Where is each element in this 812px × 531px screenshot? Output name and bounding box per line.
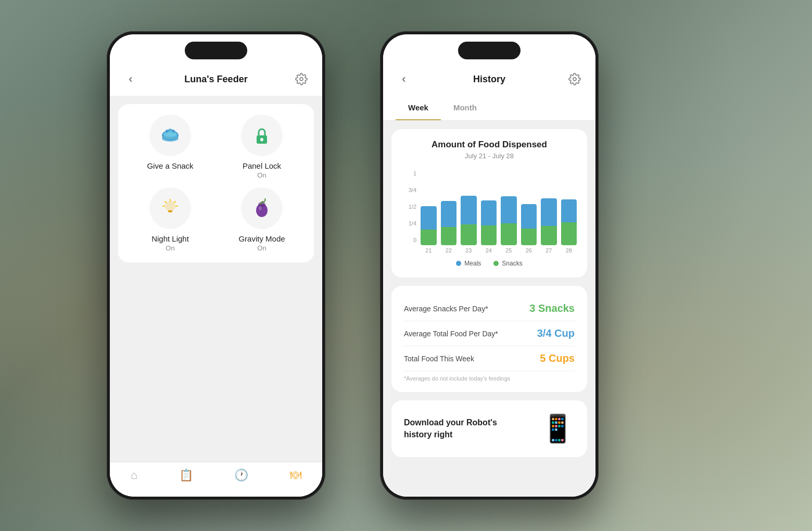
bar-blue-22 xyxy=(441,201,457,227)
download-text: Download your Robot's history right xyxy=(404,417,515,440)
bar-blue-26 xyxy=(521,204,537,229)
history-icon: 🕐 xyxy=(234,469,248,482)
feature-item-night-light[interactable]: Night Light On xyxy=(129,187,212,252)
right-phone-notch xyxy=(458,42,521,59)
bar-stack-28 xyxy=(561,199,577,245)
right-header-title: History xyxy=(412,74,566,85)
bar-green-23 xyxy=(461,224,477,245)
tab-history[interactable]: 🕐 xyxy=(234,469,248,482)
svg-point-21 xyxy=(259,206,262,210)
panel-lock-icon-circle xyxy=(241,115,283,156)
history-tab-pills: Week Month xyxy=(383,96,595,121)
chart-title: Amount of Food Dispensed xyxy=(402,140,577,150)
svg-rect-11 xyxy=(261,140,262,142)
bar-group-23: 23 xyxy=(461,196,477,254)
right-back-button[interactable]: ‹ xyxy=(396,71,412,87)
stat-note: *Averages do not include today's feeding… xyxy=(404,375,575,382)
bar-group-26: 26 xyxy=(521,204,537,254)
feature-item-gravity-mode[interactable]: Gravity Mode On xyxy=(220,187,303,252)
bar-stack-27 xyxy=(541,198,557,245)
y-label-0: 0 xyxy=(413,237,416,243)
y-label-34: 3/4 xyxy=(409,187,416,193)
svg-line-16 xyxy=(165,201,166,203)
bar-green-28 xyxy=(561,222,577,245)
chart-area: 1 3/4 1/2 1/4 0 2122232425262728 xyxy=(402,170,577,254)
tab-week[interactable]: Week xyxy=(396,96,441,120)
chart-subtitle: July 21 - July 28 xyxy=(402,152,577,160)
stat-snacks-label: Average Snacks Per Day* xyxy=(404,305,488,313)
bar-stack-26 xyxy=(521,204,537,245)
bar-label-27: 27 xyxy=(545,247,552,254)
right-phone: ‹ History Week Month Amount xyxy=(380,31,599,500)
svg-point-7 xyxy=(169,129,172,132)
chart-bars: 2122232425262728 xyxy=(421,181,577,254)
bar-stack-22 xyxy=(441,201,457,245)
tab-home[interactable]: ⌂ xyxy=(131,469,137,482)
bar-green-21 xyxy=(421,230,437,245)
night-light-label: Night Light xyxy=(151,234,189,243)
history-content: Amount of Food Dispensed July 21 - July … xyxy=(383,121,595,497)
left-screen-content: Give a Snack Panel Lock xyxy=(110,96,322,462)
bar-group-24: 24 xyxy=(481,200,497,254)
feature-grid-card: Give a Snack Panel Lock xyxy=(118,104,314,262)
left-tab-bar: ⌂ 📋 🕐 🍽 xyxy=(110,462,322,497)
bar-stack-23 xyxy=(461,196,477,245)
svg-line-15 xyxy=(174,201,175,203)
bar-label-26: 26 xyxy=(526,247,532,254)
bar-stack-24 xyxy=(481,200,497,245)
bar-label-24: 24 xyxy=(486,247,492,254)
bar-label-25: 25 xyxy=(505,247,512,254)
left-phone-inner: ‹ Luna's Feeder xyxy=(110,34,322,497)
panel-lock-label: Panel Lock xyxy=(243,161,281,170)
give-a-snack-label: Give a Snack xyxy=(147,161,193,170)
svg-point-0 xyxy=(300,78,303,81)
bar-blue-24 xyxy=(481,200,497,225)
tab-feed[interactable]: 🍽 xyxy=(290,469,301,482)
bar-green-22 xyxy=(441,227,457,245)
right-settings-button[interactable] xyxy=(566,71,583,87)
right-phone-screen: ‹ History Week Month Amount xyxy=(383,34,595,497)
left-back-button[interactable]: ‹ xyxy=(122,71,139,87)
stat-food-label: Average Total Food Per Day* xyxy=(404,330,498,338)
bar-group-25: 25 xyxy=(501,196,517,254)
bar-green-25 xyxy=(501,223,517,245)
give-a-snack-icon-circle xyxy=(149,115,191,156)
bar-label-22: 22 xyxy=(446,247,452,254)
panel-lock-sublabel: On xyxy=(257,171,266,179)
chart-card: Amount of Food Dispensed July 21 - July … xyxy=(391,129,587,277)
gravity-mode-label: Gravity Mode xyxy=(238,234,285,243)
left-phone: ‹ Luna's Feeder xyxy=(107,31,325,500)
stat-row-snacks: Average Snacks Per Day* 3 Snacks xyxy=(404,296,575,321)
stat-food-value: 3/4 Cup xyxy=(537,327,575,339)
left-settings-button[interactable] xyxy=(293,71,310,87)
snacks-legend-label: Snacks xyxy=(502,260,522,267)
bulb-icon xyxy=(159,197,182,220)
bar-blue-21 xyxy=(421,206,437,230)
left-phone-notch xyxy=(185,42,247,59)
stat-total-value: 5 Cups xyxy=(540,352,575,364)
tab-month[interactable]: Month xyxy=(441,96,489,120)
y-label-1: 1 xyxy=(413,170,416,176)
legend-meals: Meals xyxy=(456,260,481,267)
back-chevron-icon: ‹ xyxy=(129,72,132,86)
bar-label-21: 21 xyxy=(425,247,432,254)
schedule-icon: 📋 xyxy=(179,469,193,482)
gravity-mode-sublabel: On xyxy=(257,244,266,252)
feature-item-give-a-snack[interactable]: Give a Snack xyxy=(129,115,212,179)
right-back-chevron-icon: ‹ xyxy=(402,72,405,86)
bar-blue-23 xyxy=(461,196,477,224)
tab-schedule[interactable]: 📋 xyxy=(179,469,193,482)
y-label-14: 1/4 xyxy=(409,220,416,226)
stats-card: Average Snacks Per Day* 3 Snacks Average… xyxy=(391,286,587,392)
night-light-sublabel: On xyxy=(166,244,174,252)
bowl-icon xyxy=(159,124,182,147)
svg-point-4 xyxy=(164,132,176,137)
meals-legend-label: Meals xyxy=(464,260,481,267)
home-icon: ⌂ xyxy=(131,469,137,482)
feature-item-panel-lock[interactable]: Panel Lock On xyxy=(220,115,303,179)
left-phone-screen: ‹ Luna's Feeder xyxy=(110,34,322,497)
right-gear-icon xyxy=(568,73,581,85)
bar-green-24 xyxy=(481,225,497,245)
bar-stack-21 xyxy=(421,206,437,245)
stat-row-food: Average Total Food Per Day* 3/4 Cup xyxy=(404,321,575,346)
